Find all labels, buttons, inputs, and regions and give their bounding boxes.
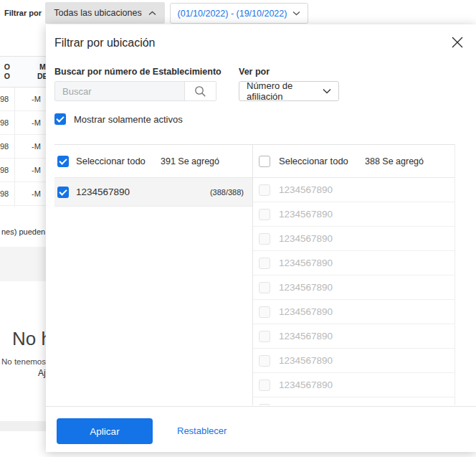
- view-by-label: Ver por: [239, 67, 270, 77]
- apply-button[interactable]: Aplicar: [57, 418, 153, 444]
- location-item-disabled: 1234567890: [253, 373, 454, 397]
- close-button[interactable]: [449, 34, 465, 50]
- location-item-label: 1234567890: [279, 233, 333, 244]
- location-item-disabled: 1234567890: [253, 202, 454, 227]
- location-item-label: 1234567890: [279, 355, 333, 366]
- search-control: [54, 81, 216, 101]
- location-item-disabled: 1234567890: [253, 178, 454, 202]
- chevron-down-icon: [292, 11, 300, 16]
- added-count-text: 391 Se agregó: [161, 156, 219, 166]
- checkbox-checked-icon[interactable]: [57, 156, 69, 167]
- checkbox-checked-icon[interactable]: [57, 187, 69, 198]
- search-button[interactable]: [184, 82, 216, 100]
- table-cell-number: 98: [0, 95, 9, 103]
- checkbox-unchecked-icon[interactable]: [259, 156, 270, 167]
- selected-locations-panel: Seleccionar todo 391 Se agregó 123456789…: [54, 144, 252, 207]
- checkbox-disabled-icon: [259, 306, 270, 318]
- table-row: 98 -M: [0, 111, 46, 135]
- location-item-count: (388/388): [210, 188, 244, 197]
- modal-title: Filtrar por ubicación: [54, 37, 156, 50]
- search-label: Buscar por número de Establecimiento: [54, 67, 222, 77]
- page: Filtrar por Todas las ubicaciones (01/10…: [0, 0, 476, 457]
- filter-by-label: Filtrar por: [4, 9, 42, 17]
- checkbox-disabled-icon: [259, 184, 270, 196]
- available-locations-panel: Seleccionar todo 388 Se agregó 123456789…: [252, 144, 455, 405]
- table-cell-number: 98: [0, 118, 9, 127]
- table-row: 98 -M: [0, 182, 46, 206]
- location-item-label: 1234567890: [279, 331, 333, 341]
- background-col1-header: O O: [0, 62, 10, 81]
- checkbox-disabled-icon: [259, 233, 270, 245]
- background-truncated-text: nes) pueden: [1, 227, 45, 236]
- location-item-label: 1234567890: [279, 258, 333, 268]
- checkbox-checked-icon[interactable]: [54, 113, 66, 125]
- table-row: 98 -M: [0, 88, 46, 111]
- date-range-label: (01/10/2022) - (19/10/2022): [178, 9, 287, 19]
- search-icon: [194, 85, 206, 98]
- location-item-disabled: 1234567890: [253, 349, 454, 373]
- location-item-label: 1234567890: [279, 209, 333, 220]
- checkbox-disabled-icon: [259, 258, 270, 269]
- added-count-text: 388 Se agregó: [365, 156, 424, 166]
- available-locations-list: 1234567890 1234567890 1234567890: [253, 178, 454, 405]
- location-item-label: 1234567890: [279, 184, 333, 195]
- location-item-selected[interactable]: 1234567890 (388/388): [54, 178, 252, 207]
- background-table-rows: 98 -M 98 -M 98 -M 98 -M: [0, 88, 46, 206]
- location-item-label: 1234567890: [279, 282, 333, 293]
- checkbox-disabled-icon: [259, 282, 270, 293]
- modal-footer: Aplicar Restablecer: [46, 406, 476, 452]
- chevron-up-icon: [148, 11, 156, 16]
- date-range-dropdown-button[interactable]: (01/10/2022) - (19/10/2022): [170, 3, 308, 24]
- checkbox-disabled-icon: [259, 331, 270, 342]
- checkbox-disabled-icon: [259, 404, 270, 406]
- location-item-label: 1234567890: [279, 380, 333, 390]
- select-all-row-right[interactable]: Seleccionar todo 388 Se agregó: [253, 145, 454, 178]
- table-cell-value: -M: [32, 189, 41, 198]
- location-item-disabled: 1234567890: [253, 397, 454, 405]
- location-item-disabled: 1234567890: [253, 227, 454, 251]
- table-row: 98 -M: [0, 159, 46, 182]
- select-all-row-left[interactable]: Seleccionar todo 391 Se agregó: [54, 145, 252, 178]
- table-cell-value: -M: [32, 142, 41, 151]
- background-table-header: O O M DE: [0, 56, 46, 88]
- show-active-only-checkbox-row[interactable]: Mostrar solamente activos: [54, 113, 183, 125]
- location-item-disabled: 1234567890: [253, 251, 454, 275]
- reset-link[interactable]: Restablecer: [177, 425, 227, 436]
- table-cell-number: 98: [0, 166, 9, 174]
- table-cell-number: 98: [0, 142, 9, 151]
- chevron-down-icon: [323, 88, 331, 94]
- location-item-label: 1234567890: [279, 404, 333, 405]
- view-by-selected-value: Número de afiliación: [247, 80, 317, 102]
- table-cell-number: 98: [0, 189, 9, 198]
- table-row: 98 -M: [0, 135, 46, 159]
- locations-dropdown-button[interactable]: Todas las ubicaciones: [45, 2, 165, 24]
- select-all-label: Seleccionar todo: [76, 156, 146, 166]
- close-icon: [451, 36, 464, 49]
- location-item-disabled: 1234567890: [253, 324, 454, 349]
- checkbox-disabled-icon: [259, 380, 270, 391]
- search-input[interactable]: [55, 82, 184, 100]
- table-cell-value: -M: [32, 95, 41, 103]
- show-active-only-label: Mostrar solamente activos: [74, 114, 183, 125]
- background-table: O O M DE 98 -M 98 -M 98: [0, 56, 46, 206]
- background-gray-band: [0, 247, 46, 281]
- table-cell-value: -M: [32, 166, 41, 174]
- filter-location-modal: Filtrar por ubicación Buscar por número …: [46, 24, 476, 452]
- location-item-disabled: 1234567890: [253, 275, 454, 300]
- view-by-dropdown[interactable]: Número de afiliación: [239, 81, 339, 101]
- locations-dropdown-label: Todas las ubicaciones: [54, 8, 141, 18]
- table-cell-value: -M: [32, 118, 41, 127]
- checkbox-disabled-icon: [259, 355, 270, 367]
- background-empty-state-link: Aj: [38, 368, 46, 378]
- select-all-label: Seleccionar todo: [279, 156, 348, 166]
- location-item-disabled: 1234567890: [253, 300, 454, 324]
- background-empty-state-subtitle: No tenemos: [1, 357, 46, 366]
- checkbox-disabled-icon: [259, 209, 270, 220]
- location-item-label: 1234567890: [279, 306, 333, 317]
- background-divider-band: [0, 421, 46, 431]
- location-item-label: 1234567890: [76, 187, 130, 197]
